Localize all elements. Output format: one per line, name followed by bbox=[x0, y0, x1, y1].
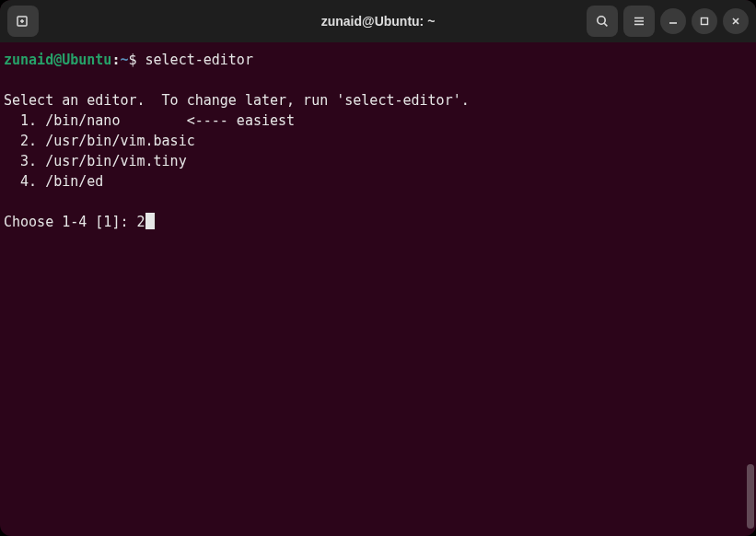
titlebar: zunaid@Ubuntu: ~ bbox=[0, 0, 756, 42]
maximize-button[interactable] bbox=[692, 8, 717, 34]
search-button[interactable] bbox=[587, 6, 618, 37]
svg-point-1 bbox=[598, 17, 605, 24]
output-intro: Select an editor. To change later, run '… bbox=[4, 92, 470, 109]
editor-option-3: 3. /usr/bin/vim.tiny bbox=[4, 153, 187, 169]
terminal-body[interactable]: zunaid@Ubuntu:~$ select-editor Select an… bbox=[0, 42, 756, 536]
prompt-dollar: $ bbox=[128, 52, 136, 68]
new-tab-button[interactable] bbox=[7, 6, 39, 37]
terminal-window: zunaid@Ubuntu: ~ bbox=[0, 0, 756, 536]
svg-rect-2 bbox=[702, 18, 708, 25]
window-title: zunaid@Ubuntu: ~ bbox=[321, 14, 436, 29]
choose-prompt: Choose 1-4 [1]: bbox=[4, 214, 137, 230]
minimize-button[interactable] bbox=[660, 8, 686, 34]
user-input: 2 bbox=[137, 214, 145, 230]
cursor-icon bbox=[145, 213, 155, 229]
prompt-user-host: zunaid@Ubuntu bbox=[4, 52, 111, 68]
close-button[interactable] bbox=[723, 8, 749, 34]
editor-option-2: 2. /usr/bin/vim.basic bbox=[4, 133, 195, 149]
editor-option-1: 1. /bin/nano <---- easiest bbox=[4, 112, 295, 129]
command-text: select-editor bbox=[145, 52, 253, 68]
scrollbar[interactable] bbox=[747, 464, 754, 529]
editor-option-4: 4. /bin/ed bbox=[4, 173, 103, 190]
menu-button[interactable] bbox=[623, 6, 655, 37]
